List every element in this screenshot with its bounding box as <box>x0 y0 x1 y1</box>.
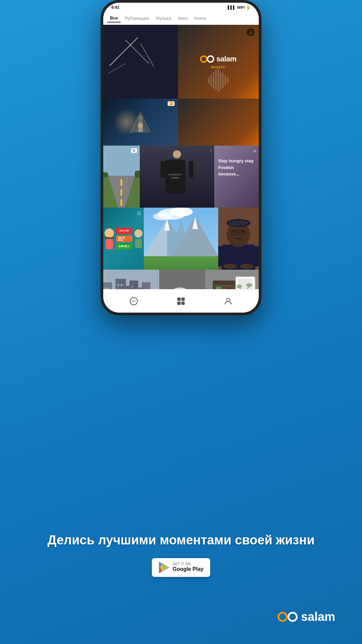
grid-row-1b: ▶️ <box>103 99 259 146</box>
cell-man-portrait[interactable] <box>218 208 259 270</box>
line-2 <box>140 43 154 67</box>
nav-tabs: Все Публикации Музыка Кино Книги <box>103 12 259 25</box>
book-badges: SALAM BİLER MAS BƏZƏLI! <box>116 228 132 250</box>
tab-music[interactable]: Музыка <box>153 14 174 22</box>
signal-icon: ▌▌▌ <box>228 5 235 9</box>
svg-rect-73 <box>216 287 221 289</box>
fashion-figure-wrapper: GIVENCHYPARIS <box>165 155 189 199</box>
google-play-label-bottom: Google Play <box>173 566 203 572</box>
svg-point-83 <box>237 284 242 288</box>
svg-rect-52 <box>121 284 123 286</box>
grid-nav-button[interactable] <box>175 295 187 307</box>
salam-logo-icon <box>200 54 214 64</box>
bottom-logo-icon <box>278 610 298 623</box>
cell-salam-book[interactable]: SALAM BİLER MAS BƏZƏLI! ⊡ <box>103 208 144 270</box>
svg-rect-48 <box>105 287 107 289</box>
room-svg <box>159 270 259 289</box>
cell-road[interactable]: ⊡ <box>103 146 140 208</box>
svg-rect-74 <box>222 288 226 289</box>
wave-bar <box>215 70 217 90</box>
cell-fashion-inner: GIVENCHYPARIS <box>140 146 215 208</box>
bottom-circle-left <box>278 612 288 622</box>
road-cell-badge: ⊡ <box>131 148 137 153</box>
wave-bar <box>220 71 221 90</box>
book-character <box>105 228 114 249</box>
bottom-navigation <box>103 289 259 313</box>
below-phone-section: Делись лучшими моментами своей жизни GET… <box>0 533 362 577</box>
cell-mountains[interactable] <box>144 208 219 270</box>
svg-point-16 <box>153 213 172 220</box>
tab-books[interactable]: Книги <box>192 14 208 22</box>
profile-nav-button[interactable] <box>222 295 234 307</box>
cell-music-player[interactable]: ♪ salam music <box>178 25 259 99</box>
salam-logo-text: salam <box>216 55 236 63</box>
status-time: 9:41 <box>111 5 119 10</box>
svg-rect-35 <box>218 246 225 266</box>
cell-fashion[interactable]: GIVENCHYPARIS ♪ <box>140 146 215 208</box>
salam-logo: salam <box>200 54 236 64</box>
grid-row-4 <box>103 270 259 289</box>
city-svg <box>103 270 159 289</box>
status-icons: ▌▌▌ WiFi 🔋 <box>228 5 251 10</box>
mountains-svg <box>144 208 219 270</box>
svg-rect-53 <box>131 286 133 287</box>
logo-circle-right <box>207 55 214 63</box>
doc-icon-badge: ⊡ <box>137 210 141 216</box>
status-bar: 9:41 ▌▌▌ WiFi 🔋 <box>103 3 259 12</box>
grid-row-3: SALAM BİLER MAS BƏZƏLI! ⊡ <box>103 208 259 270</box>
quote-icon: ≡ <box>253 148 256 154</box>
grid-row-1: ♪ salam music <box>103 25 259 99</box>
wave-bar <box>208 77 209 84</box>
chat-icon <box>129 297 138 306</box>
svg-rect-49 <box>108 287 109 289</box>
tab-all[interactable]: Все <box>107 14 121 22</box>
phone-mockup: 9:41 ▌▌▌ WiFi 🔋 Все Публикации Музыка Ки… <box>97 0 265 322</box>
cell-salam-book-inner: SALAM BİLER MAS BƏZƏLI! <box>103 208 144 270</box>
profile-icon <box>224 297 233 306</box>
cell-tent[interactable]: ▶️ <box>103 99 178 146</box>
bottom-logo-text: salam <box>301 610 335 624</box>
svg-point-28 <box>233 230 236 233</box>
man-portrait-svg <box>218 208 259 270</box>
tab-publications[interactable]: Публикации <box>122 14 152 22</box>
cell-city[interactable] <box>103 270 159 289</box>
character-hair <box>104 237 114 238</box>
tab-cinema[interactable]: Кино <box>175 14 190 22</box>
wave-bar <box>213 72 214 89</box>
fashion-brand-text: GIVENCHYPARIS <box>169 173 182 180</box>
book-badge-bezeli: BƏZƏLI! <box>116 244 132 250</box>
battery-icon: 🔋 <box>246 5 251 10</box>
quote-text: Stay hungry stay Foolish because... <box>218 158 255 177</box>
google-play-label-top: GET IT ON <box>173 562 203 566</box>
tagline: Делись лучшими моментами своей жизни <box>27 533 335 548</box>
fashion-arm-right <box>189 161 193 178</box>
cell-room[interactable] <box>159 270 259 289</box>
svg-rect-100 <box>181 302 185 305</box>
svg-point-29 <box>241 230 244 233</box>
character-2-head <box>134 229 142 237</box>
bottom-salam-logo: salam <box>278 610 335 624</box>
svg-point-38 <box>240 264 254 269</box>
cell-tent-inner: ▶️ <box>103 99 178 146</box>
cell-quote[interactable]: ≡ Stay hungry stay Foolish because... <box>214 146 259 208</box>
music-badge-fashion: ♪ <box>210 148 212 152</box>
chat-nav-button[interactable] <box>128 295 140 307</box>
google-play-button[interactable]: GET IT ON Google Play <box>152 558 210 577</box>
soundwave <box>208 68 228 92</box>
cell-mountains-inner <box>144 208 219 270</box>
book-badge-salam: SALAM <box>116 228 132 234</box>
line-1 <box>109 37 138 66</box>
svg-rect-67 <box>159 270 205 289</box>
svg-rect-46 <box>142 282 150 289</box>
wave-bar <box>227 77 228 83</box>
phone-screen: 9:41 ▌▌▌ WiFi 🔋 Все Публикации Музыка Ки… <box>103 3 259 313</box>
fashion-arm-left <box>161 161 165 178</box>
svg-rect-9 <box>120 189 122 196</box>
wave-bar <box>210 74 212 86</box>
music-note-badge: ♪ <box>247 28 255 36</box>
cell-architecture[interactable] <box>103 25 178 99</box>
svg-point-94 <box>132 301 133 302</box>
svg-rect-11 <box>103 172 108 177</box>
svg-point-101 <box>227 298 230 302</box>
svg-point-82 <box>246 283 252 287</box>
